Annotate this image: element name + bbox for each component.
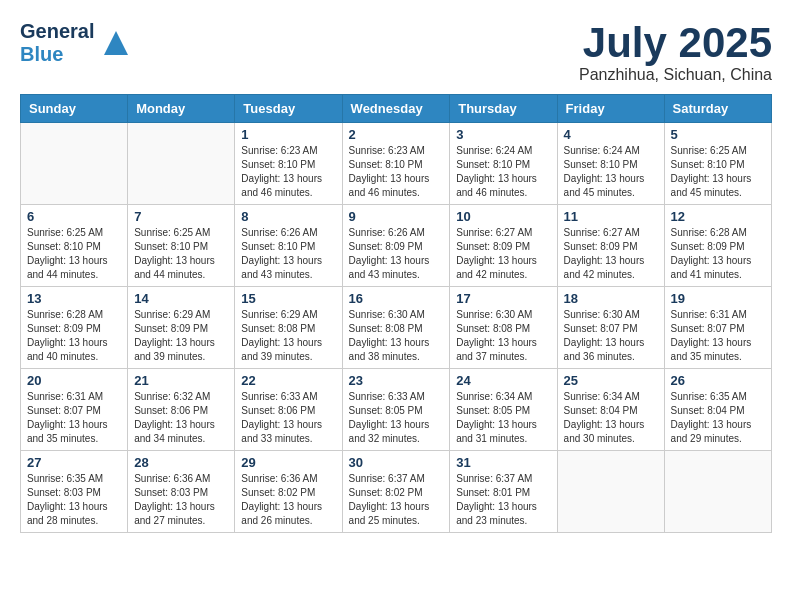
day-info: Sunrise: 6:26 AM Sunset: 8:09 PM Dayligh…: [349, 226, 444, 282]
calendar-day-cell: [21, 123, 128, 205]
day-number: 3: [456, 127, 550, 142]
calendar-week-row: 13Sunrise: 6:28 AM Sunset: 8:09 PM Dayli…: [21, 287, 772, 369]
day-number: 10: [456, 209, 550, 224]
weekday-header: Sunday: [21, 95, 128, 123]
logo-general-text: General: [20, 20, 94, 43]
day-info: Sunrise: 6:24 AM Sunset: 8:10 PM Dayligh…: [456, 144, 550, 200]
calendar-day-cell: 7Sunrise: 6:25 AM Sunset: 8:10 PM Daylig…: [128, 205, 235, 287]
weekday-header: Thursday: [450, 95, 557, 123]
day-number: 4: [564, 127, 658, 142]
day-number: 6: [27, 209, 121, 224]
weekday-header: Monday: [128, 95, 235, 123]
day-info: Sunrise: 6:27 AM Sunset: 8:09 PM Dayligh…: [564, 226, 658, 282]
day-info: Sunrise: 6:25 AM Sunset: 8:10 PM Dayligh…: [671, 144, 765, 200]
day-number: 8: [241, 209, 335, 224]
calendar-week-row: 27Sunrise: 6:35 AM Sunset: 8:03 PM Dayli…: [21, 451, 772, 533]
day-number: 17: [456, 291, 550, 306]
day-number: 27: [27, 455, 121, 470]
day-info: Sunrise: 6:37 AM Sunset: 8:02 PM Dayligh…: [349, 472, 444, 528]
day-info: Sunrise: 6:31 AM Sunset: 8:07 PM Dayligh…: [671, 308, 765, 364]
calendar-day-cell: [557, 451, 664, 533]
day-number: 19: [671, 291, 765, 306]
calendar-day-cell: 24Sunrise: 6:34 AM Sunset: 8:05 PM Dayli…: [450, 369, 557, 451]
day-number: 26: [671, 373, 765, 388]
calendar-day-cell: 23Sunrise: 6:33 AM Sunset: 8:05 PM Dayli…: [342, 369, 450, 451]
day-number: 21: [134, 373, 228, 388]
calendar-week-row: 1Sunrise: 6:23 AM Sunset: 8:10 PM Daylig…: [21, 123, 772, 205]
day-info: Sunrise: 6:29 AM Sunset: 8:09 PM Dayligh…: [134, 308, 228, 364]
day-info: Sunrise: 6:28 AM Sunset: 8:09 PM Dayligh…: [671, 226, 765, 282]
day-number: 11: [564, 209, 658, 224]
calendar-day-cell: 17Sunrise: 6:30 AM Sunset: 8:08 PM Dayli…: [450, 287, 557, 369]
calendar-day-cell: 14Sunrise: 6:29 AM Sunset: 8:09 PM Dayli…: [128, 287, 235, 369]
calendar-day-cell: 20Sunrise: 6:31 AM Sunset: 8:07 PM Dayli…: [21, 369, 128, 451]
calendar-day-cell: 2Sunrise: 6:23 AM Sunset: 8:10 PM Daylig…: [342, 123, 450, 205]
day-info: Sunrise: 6:28 AM Sunset: 8:09 PM Dayligh…: [27, 308, 121, 364]
calendar-day-cell: 27Sunrise: 6:35 AM Sunset: 8:03 PM Dayli…: [21, 451, 128, 533]
day-number: 28: [134, 455, 228, 470]
calendar-day-cell: 21Sunrise: 6:32 AM Sunset: 8:06 PM Dayli…: [128, 369, 235, 451]
calendar-table: SundayMondayTuesdayWednesdayThursdayFrid…: [20, 94, 772, 533]
day-info: Sunrise: 6:25 AM Sunset: 8:10 PM Dayligh…: [134, 226, 228, 282]
calendar-day-cell: 16Sunrise: 6:30 AM Sunset: 8:08 PM Dayli…: [342, 287, 450, 369]
calendar-day-cell: 10Sunrise: 6:27 AM Sunset: 8:09 PM Dayli…: [450, 205, 557, 287]
day-number: 15: [241, 291, 335, 306]
calendar-day-cell: 13Sunrise: 6:28 AM Sunset: 8:09 PM Dayli…: [21, 287, 128, 369]
weekday-header: Saturday: [664, 95, 771, 123]
day-info: Sunrise: 6:35 AM Sunset: 8:04 PM Dayligh…: [671, 390, 765, 446]
calendar-day-cell: 5Sunrise: 6:25 AM Sunset: 8:10 PM Daylig…: [664, 123, 771, 205]
day-number: 7: [134, 209, 228, 224]
calendar-day-cell: 25Sunrise: 6:34 AM Sunset: 8:04 PM Dayli…: [557, 369, 664, 451]
day-info: Sunrise: 6:34 AM Sunset: 8:05 PM Dayligh…: [456, 390, 550, 446]
day-number: 23: [349, 373, 444, 388]
calendar-day-cell: 18Sunrise: 6:30 AM Sunset: 8:07 PM Dayli…: [557, 287, 664, 369]
calendar-day-cell: 30Sunrise: 6:37 AM Sunset: 8:02 PM Dayli…: [342, 451, 450, 533]
day-number: 13: [27, 291, 121, 306]
day-info: Sunrise: 6:23 AM Sunset: 8:10 PM Dayligh…: [349, 144, 444, 200]
day-number: 22: [241, 373, 335, 388]
day-number: 14: [134, 291, 228, 306]
page-location: Panzhihua, Sichuan, China: [579, 66, 772, 84]
day-info: Sunrise: 6:26 AM Sunset: 8:10 PM Dayligh…: [241, 226, 335, 282]
day-info: Sunrise: 6:30 AM Sunset: 8:08 PM Dayligh…: [349, 308, 444, 364]
calendar-day-cell: 1Sunrise: 6:23 AM Sunset: 8:10 PM Daylig…: [235, 123, 342, 205]
calendar-week-row: 20Sunrise: 6:31 AM Sunset: 8:07 PM Dayli…: [21, 369, 772, 451]
day-number: 29: [241, 455, 335, 470]
calendar-day-cell: 26Sunrise: 6:35 AM Sunset: 8:04 PM Dayli…: [664, 369, 771, 451]
day-number: 2: [349, 127, 444, 142]
day-info: Sunrise: 6:31 AM Sunset: 8:07 PM Dayligh…: [27, 390, 121, 446]
day-info: Sunrise: 6:37 AM Sunset: 8:01 PM Dayligh…: [456, 472, 550, 528]
day-number: 9: [349, 209, 444, 224]
svg-marker-0: [104, 31, 128, 55]
day-info: Sunrise: 6:23 AM Sunset: 8:10 PM Dayligh…: [241, 144, 335, 200]
day-number: 18: [564, 291, 658, 306]
day-number: 30: [349, 455, 444, 470]
calendar-header-row: SundayMondayTuesdayWednesdayThursdayFrid…: [21, 95, 772, 123]
calendar-day-cell: 12Sunrise: 6:28 AM Sunset: 8:09 PM Dayli…: [664, 205, 771, 287]
calendar-day-cell: 9Sunrise: 6:26 AM Sunset: 8:09 PM Daylig…: [342, 205, 450, 287]
calendar-day-cell: 15Sunrise: 6:29 AM Sunset: 8:08 PM Dayli…: [235, 287, 342, 369]
day-info: Sunrise: 6:33 AM Sunset: 8:06 PM Dayligh…: [241, 390, 335, 446]
calendar-day-cell: 3Sunrise: 6:24 AM Sunset: 8:10 PM Daylig…: [450, 123, 557, 205]
day-info: Sunrise: 6:36 AM Sunset: 8:03 PM Dayligh…: [134, 472, 228, 528]
day-info: Sunrise: 6:30 AM Sunset: 8:07 PM Dayligh…: [564, 308, 658, 364]
day-info: Sunrise: 6:24 AM Sunset: 8:10 PM Dayligh…: [564, 144, 658, 200]
logo-blue-text: Blue: [20, 43, 94, 66]
page-title: July 2025: [579, 20, 772, 66]
day-number: 12: [671, 209, 765, 224]
day-number: 16: [349, 291, 444, 306]
weekday-header: Wednesday: [342, 95, 450, 123]
day-number: 20: [27, 373, 121, 388]
weekday-header: Friday: [557, 95, 664, 123]
title-block: July 2025 Panzhihua, Sichuan, China: [579, 20, 772, 84]
calendar-day-cell: 31Sunrise: 6:37 AM Sunset: 8:01 PM Dayli…: [450, 451, 557, 533]
logo: General Blue: [20, 20, 130, 66]
calendar-day-cell: 19Sunrise: 6:31 AM Sunset: 8:07 PM Dayli…: [664, 287, 771, 369]
calendar-day-cell: 4Sunrise: 6:24 AM Sunset: 8:10 PM Daylig…: [557, 123, 664, 205]
day-info: Sunrise: 6:29 AM Sunset: 8:08 PM Dayligh…: [241, 308, 335, 364]
calendar-day-cell: 28Sunrise: 6:36 AM Sunset: 8:03 PM Dayli…: [128, 451, 235, 533]
day-info: Sunrise: 6:33 AM Sunset: 8:05 PM Dayligh…: [349, 390, 444, 446]
day-info: Sunrise: 6:25 AM Sunset: 8:10 PM Dayligh…: [27, 226, 121, 282]
calendar-week-row: 6Sunrise: 6:25 AM Sunset: 8:10 PM Daylig…: [21, 205, 772, 287]
day-number: 5: [671, 127, 765, 142]
